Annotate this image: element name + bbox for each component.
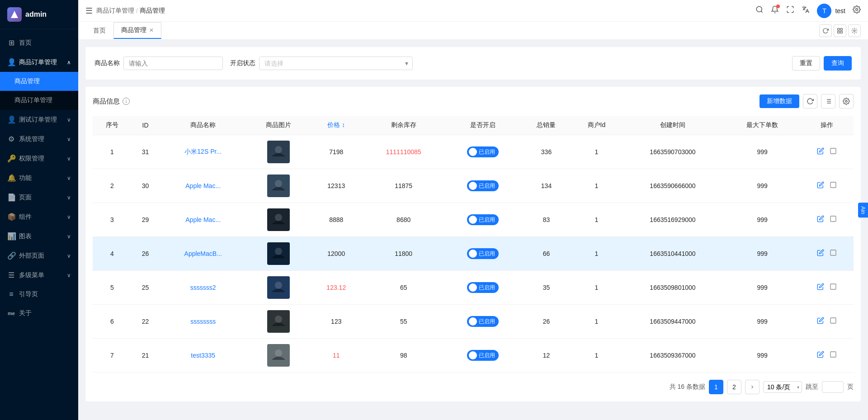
right-hint[interactable]: Ain: [858, 203, 868, 217]
sidebar-item-permission[interactable]: 🔑 权限管理 ∨: [0, 149, 78, 168]
table-row: 5 25 sssssss2 123.12 65 已启用 35 1 1663509…: [93, 271, 854, 305]
search-button[interactable]: 查询: [824, 56, 852, 71]
info-icon[interactable]: i: [123, 98, 130, 105]
status-select[interactable]: 请选择 已启用 已禁用: [259, 57, 413, 70]
cell-stock: 8680: [362, 203, 445, 237]
edit-icon[interactable]: [817, 148, 826, 156]
sidebar-item-multi-menu[interactable]: ☰ 多级菜单 ∨: [0, 265, 78, 285]
toggle-switch[interactable]: 已启用: [467, 180, 499, 191]
edit-icon[interactable]: [817, 318, 826, 326]
product-name-label: 商品名称: [94, 59, 120, 67]
per-page-select[interactable]: 10 条/页 20 条/页 50 条/页: [763, 381, 802, 393]
sidebar-item-test-order[interactable]: 👤 测试订单管理 ∨: [0, 110, 78, 129]
sidebar: admin ⊞ 首页 👤 商品订单管理 ∧ 商品管理 商品订单管理 👤 测试订单…: [0, 0, 78, 420]
edit-icon[interactable]: [817, 182, 826, 190]
cell-action: [800, 237, 854, 271]
toolbar-density-icon[interactable]: [821, 94, 835, 109]
delete-icon[interactable]: [830, 182, 837, 190]
sidebar-item-order-list[interactable]: 商品订单管理: [0, 91, 78, 110]
col-price[interactable]: 价格 ↕: [310, 116, 362, 135]
pagination-next[interactable]: [745, 380, 760, 394]
goto-input[interactable]: [822, 381, 844, 393]
pagination-page-1[interactable]: 1: [709, 380, 723, 394]
toggle-label: 已启用: [479, 284, 495, 292]
sidebar-item-chart[interactable]: 📊 图表 ∨: [0, 227, 78, 246]
col-max-order: 最大下单数: [724, 116, 800, 135]
breadcrumb: 商品订单管理 / 商品管理: [96, 7, 165, 15]
delete-icon[interactable]: [830, 250, 837, 258]
chevron-down-icon: ∨: [67, 156, 71, 162]
delete-icon[interactable]: [830, 216, 837, 224]
edit-icon[interactable]: [817, 250, 826, 258]
tab-product-management[interactable]: 商品管理 ✕: [113, 22, 161, 39]
tab-home[interactable]: 首页: [85, 23, 113, 39]
translate-icon[interactable]: [802, 5, 810, 16]
search-icon[interactable]: [755, 5, 764, 16]
delete-icon[interactable]: [830, 352, 837, 359]
reset-button[interactable]: 重置: [792, 56, 820, 71]
sidebar-item-home[interactable]: ⊞ 首页: [0, 33, 78, 52]
new-data-button[interactable]: 新增数据: [760, 94, 799, 108]
component-icon: 📦: [7, 212, 15, 221]
toggle-circle: [469, 283, 477, 292]
toggle-switch[interactable]: 已启用: [467, 350, 499, 361]
sidebar-item-order-management[interactable]: 👤 商品订单管理 ∧: [0, 52, 78, 72]
notification-icon[interactable]: [771, 5, 779, 16]
breadcrumb-order[interactable]: 商品订单管理: [96, 7, 134, 15]
cell-action: [800, 305, 854, 339]
toolbar-column-settings-icon[interactable]: [839, 94, 854, 109]
svg-rect-3: [838, 28, 840, 30]
cell-image: [247, 169, 310, 203]
toggle-switch[interactable]: 已启用: [467, 146, 499, 157]
delete-icon[interactable]: [830, 284, 837, 292]
sidebar-item-function[interactable]: 🔔 功能 ∨: [0, 168, 78, 188]
edit-icon[interactable]: [817, 284, 826, 292]
sidebar-item-guide[interactable]: ≡ 引导页: [0, 285, 78, 304]
fullscreen-icon[interactable]: [786, 5, 794, 16]
sidebar-item-system[interactable]: ⚙ 系统管理 ∨: [0, 129, 78, 149]
tab-close-icon[interactable]: ✕: [149, 27, 154, 33]
edit-icon[interactable]: [817, 216, 826, 224]
toolbar-refresh-icon[interactable]: [803, 94, 817, 109]
logo-icon: [7, 7, 22, 22]
cell-created: 1663509447000: [621, 305, 725, 339]
toggle-switch[interactable]: 已启用: [467, 248, 499, 259]
toggle-switch[interactable]: 已启用: [467, 214, 499, 225]
sidebar-item-component[interactable]: 📦 组件 ∨: [0, 207, 78, 227]
toggle-label: 已启用: [479, 352, 495, 359]
cell-merchant: 1: [572, 237, 621, 271]
tab-refresh-icon[interactable]: [819, 24, 832, 37]
cell-seq: 1: [93, 135, 132, 169]
cell-seq: 7: [93, 339, 132, 373]
page-content: 商品名称 开启状态 请选择 已启用 已禁用 重置 查询: [78, 40, 868, 420]
product-name-input[interactable]: [123, 57, 223, 70]
tab-product-label: 商品管理: [121, 26, 146, 34]
user-menu[interactable]: T test: [817, 4, 845, 18]
settings-icon[interactable]: [853, 5, 861, 16]
delete-icon[interactable]: [830, 148, 837, 156]
sidebar-item-product-management[interactable]: 商品管理: [0, 72, 78, 91]
tab-layout-icon[interactable]: [834, 24, 846, 37]
sidebar-item-external[interactable]: 🔗 外部页面 ∨: [0, 246, 78, 265]
tab-settings-icon[interactable]: [848, 24, 861, 37]
form-actions: 重置 查询: [792, 56, 852, 71]
cell-enabled: 已启用: [445, 203, 521, 237]
edit-icon[interactable]: [817, 352, 826, 359]
cell-created: 1663510441000: [621, 237, 725, 271]
pagination-page-2[interactable]: 2: [727, 380, 741, 394]
toggle-switch[interactable]: 已启用: [467, 316, 499, 327]
sidebar-item-page[interactable]: 📄 页面 ∨: [0, 188, 78, 207]
toggle-switch[interactable]: 已启用: [467, 282, 499, 293]
cell-enabled: 已启用: [445, 169, 521, 203]
menu-toggle-icon[interactable]: ☰: [85, 6, 93, 16]
sidebar-item-about[interactable]: me 关于: [0, 304, 78, 323]
cell-max-order: 999: [724, 203, 800, 237]
svg-point-1: [757, 6, 762, 12]
cell-created: 1663590666000: [621, 169, 725, 203]
delete-icon[interactable]: [830, 318, 837, 326]
data-table: 序号 ID 商品名称 商品图片 价格 ↕ 剩余库存 是否开启 总销量 商户Id …: [93, 116, 854, 373]
table-header-row: 序号 ID 商品名称 商品图片 价格 ↕ 剩余库存 是否开启 总销量 商户Id …: [93, 116, 854, 135]
cell-enabled: 已启用: [445, 237, 521, 271]
cell-sales: 66: [521, 237, 572, 271]
cell-price: 12313: [310, 169, 362, 203]
